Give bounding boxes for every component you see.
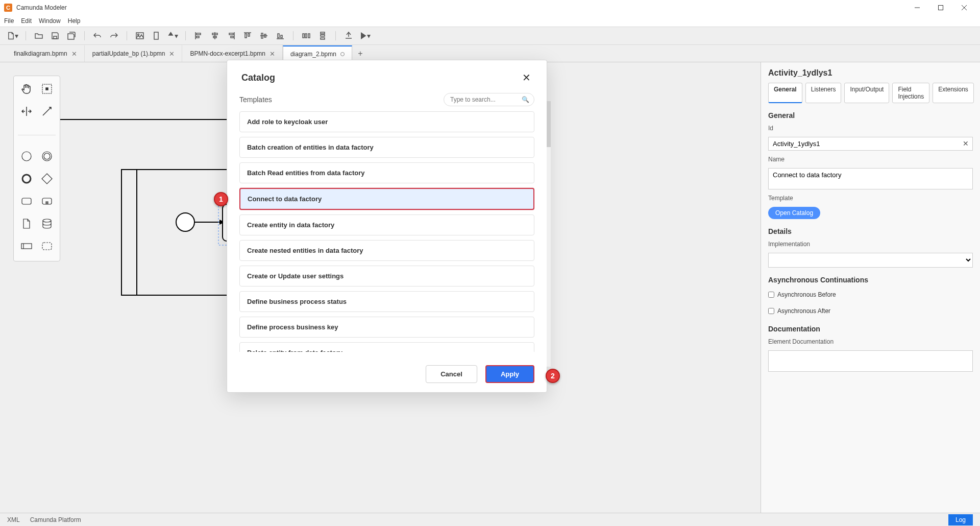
template-item[interactable]: Define business process status (239, 291, 534, 312)
template-item[interactable]: Create nested entities in data factory (239, 240, 534, 261)
template-item[interactable]: Add role to keycloak user (239, 111, 534, 132)
modal-scrollbar[interactable] (547, 101, 551, 367)
template-item[interactable]: Delete entity from data factory (239, 342, 534, 352)
template-item[interactable]: Batch creation of entities in data facto… (239, 137, 534, 158)
cancel-button[interactable]: Cancel (426, 365, 477, 383)
annotation-badge-2: 2 (546, 369, 560, 383)
template-item[interactable]: Create entity in data factory (239, 214, 534, 235)
catalog-modal: Catalog ✕ Templates 🔍 Add role to keyclo… (227, 60, 547, 393)
template-search-input[interactable] (444, 93, 534, 106)
template-item[interactable]: Batch Read entities from data factory (239, 162, 534, 183)
template-item[interactable]: Define process business key (239, 317, 534, 338)
template-item[interactable]: Create or Update user settings (239, 266, 534, 286)
apply-button[interactable]: Apply (485, 365, 534, 383)
annotation-badge-1: 1 (214, 192, 228, 206)
modal-title: Catalog (241, 73, 275, 83)
search-icon[interactable]: 🔍 (522, 96, 529, 103)
template-item[interactable]: Connect to data factory (239, 188, 534, 210)
templates-label: Templates (239, 95, 272, 104)
modal-close-icon[interactable]: ✕ (520, 71, 532, 84)
